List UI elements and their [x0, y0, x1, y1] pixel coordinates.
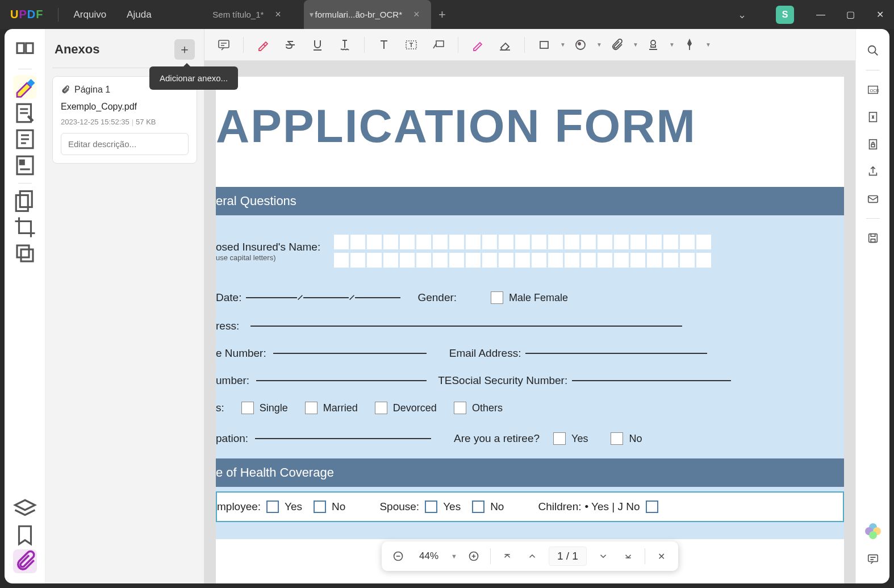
share-icon[interactable]	[863, 161, 883, 182]
input-line[interactable]	[255, 438, 431, 439]
convert-icon[interactable]	[863, 107, 883, 127]
bookmark-icon[interactable]	[13, 523, 37, 547]
description-input[interactable]	[61, 133, 189, 155]
attachment-icon[interactable]	[13, 549, 37, 573]
menu-file[interactable]: Arquivo	[63, 9, 116, 20]
shape-rect-icon[interactable]	[533, 34, 555, 56]
zoom-out-button[interactable]	[390, 548, 407, 565]
close-nav-button[interactable]: ✕	[653, 548, 670, 565]
attachment-meta: 2023-12-25 15:52:35|57 KB	[61, 118, 189, 126]
protect-icon[interactable]	[863, 134, 883, 155]
checkbox[interactable]	[241, 402, 254, 414]
menu-help[interactable]: Ajuda	[116, 9, 161, 20]
svg-rect-8	[17, 245, 29, 257]
crop-icon[interactable]	[13, 215, 37, 239]
callout-icon[interactable]	[427, 34, 450, 56]
checkbox[interactable]	[491, 291, 503, 304]
edit-text-icon[interactable]	[13, 101, 37, 125]
ai-flower-icon[interactable]	[863, 521, 883, 541]
zoom-value: 44%	[415, 551, 443, 562]
layers-icon[interactable]	[13, 497, 37, 521]
checkbox[interactable]	[425, 501, 437, 513]
input-boxes[interactable]	[334, 235, 711, 249]
close-icon[interactable]: ×	[413, 9, 420, 20]
maximize-button[interactable]: ▢	[842, 6, 859, 23]
checkbox[interactable]	[266, 501, 279, 513]
dropdown-icon[interactable]: ▼	[596, 41, 601, 48]
checkbox[interactable]	[305, 402, 318, 414]
save-icon[interactable]	[863, 228, 883, 248]
input-line[interactable]	[355, 297, 400, 298]
form-icon[interactable]	[13, 153, 37, 177]
tab-strip: Sem título_1* × ▼ formulari...ão-br_OCR*…	[190, 0, 454, 29]
attachment-tool-icon[interactable]	[605, 34, 628, 56]
ocr-icon[interactable]: OCR	[863, 80, 883, 100]
next-page-button[interactable]	[595, 548, 612, 565]
textbox-icon[interactable]	[400, 34, 423, 56]
comment-icon[interactable]	[212, 34, 235, 56]
email-icon[interactable]	[863, 189, 883, 209]
tab-active[interactable]: ▼ formulari...ão-br_OCR* ×	[304, 0, 431, 29]
search-icon[interactable]	[863, 40, 883, 61]
checkbox[interactable]	[553, 432, 566, 445]
input-line[interactable]	[525, 353, 707, 354]
last-page-button[interactable]	[620, 548, 637, 565]
dropdown-icon[interactable]: ▼	[560, 41, 565, 48]
input-line[interactable]	[572, 380, 731, 381]
signature-icon[interactable]	[678, 34, 701, 56]
checkbox[interactable]	[454, 402, 466, 414]
checkbox[interactable]	[646, 501, 658, 513]
underline-icon[interactable]	[306, 34, 329, 56]
dropdown-icon[interactable]: ▼	[633, 41, 637, 48]
checkbox[interactable]	[611, 432, 623, 445]
field-label: Email Address:	[449, 347, 521, 360]
input-line[interactable]	[250, 326, 682, 327]
text-icon[interactable]	[373, 34, 395, 56]
first-page-button[interactable]	[499, 548, 516, 565]
close-button[interactable]: ✕	[871, 6, 888, 23]
input-line[interactable]	[256, 380, 427, 381]
dropdown-icon[interactable]: ▼	[669, 41, 674, 48]
stamp-icon[interactable]	[642, 34, 665, 56]
minimize-button[interactable]: —	[812, 6, 829, 23]
document-viewport[interactable]: APPLICATION FORM eral Questions osed Ins…	[204, 61, 855, 583]
checkbox[interactable]	[375, 402, 387, 414]
highlight-icon[interactable]	[252, 34, 274, 56]
field-label: Spouse:	[379, 501, 419, 513]
chevron-down-icon[interactable]: ▼	[451, 553, 457, 560]
highlighter-icon[interactable]	[13, 75, 37, 99]
input-line[interactable]	[273, 353, 427, 354]
titlebar: UPDF Arquivo Ajuda Sem título_1* × ▼ for…	[0, 0, 894, 29]
input-line[interactable]	[246, 297, 297, 298]
page-indicator[interactable]: 1 / 1	[549, 547, 587, 566]
chevron-down-icon[interactable]: ▼	[308, 11, 315, 19]
input-boxes[interactable]	[334, 253, 711, 268]
shape-circle-icon[interactable]	[569, 34, 592, 56]
feedback-icon[interactable]	[863, 548, 883, 569]
add-attachment-button[interactable]: ＋ Adicionar anexo...	[174, 39, 195, 60]
eraser-icon[interactable]	[494, 34, 516, 56]
zoom-in-button[interactable]	[465, 548, 482, 565]
close-icon[interactable]: ×	[275, 9, 281, 20]
new-tab-button[interactable]: +	[431, 7, 454, 22]
option-label: No	[629, 433, 642, 445]
tab-inactive[interactable]: Sem título_1* ×	[190, 0, 304, 29]
dropdown-icon[interactable]: ▼	[705, 41, 710, 48]
thumbnails-icon[interactable]	[13, 39, 37, 63]
squiggly-icon[interactable]	[333, 34, 356, 56]
coverage-row: mployee: Yes No Spouse: Yes No Children:…	[216, 491, 844, 522]
prev-page-button[interactable]	[524, 548, 541, 565]
pencil-icon[interactable]	[466, 34, 489, 56]
input-line[interactable]	[303, 297, 349, 298]
checkbox[interactable]	[472, 501, 484, 513]
copy-icon[interactable]	[13, 241, 37, 265]
checkbox[interactable]	[314, 501, 326, 513]
avatar[interactable]: S	[776, 6, 794, 24]
attachment-page: Página 1	[74, 85, 110, 95]
chevron-down-icon[interactable]: ⌄	[738, 9, 746, 21]
attachment-filename: Exemplo_Copy.pdf	[61, 102, 189, 112]
strikethrough-icon[interactable]	[279, 34, 302, 56]
outline-icon[interactable]	[13, 127, 37, 151]
pages-icon[interactable]	[13, 189, 37, 213]
option-label: Single	[260, 402, 288, 414]
